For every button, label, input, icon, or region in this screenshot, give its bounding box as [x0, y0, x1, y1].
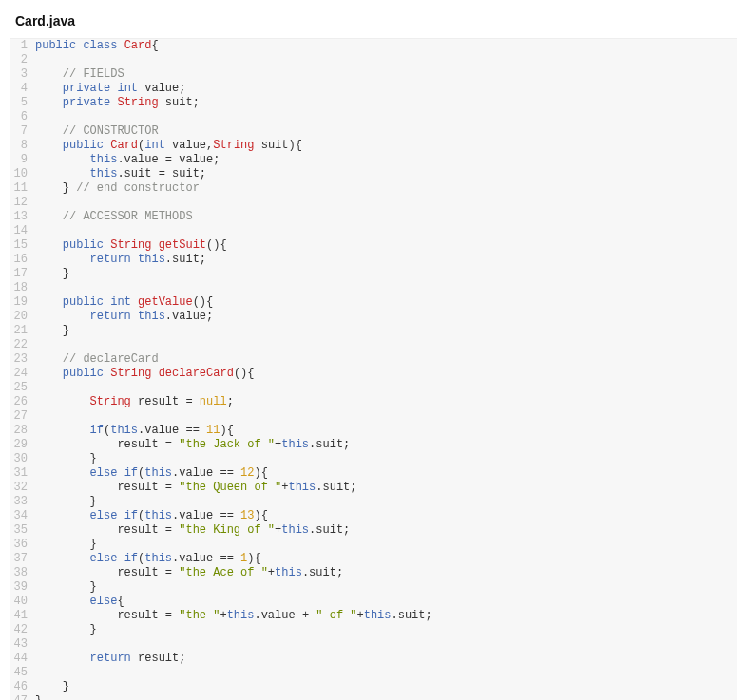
code-line — [35, 53, 737, 67]
code-row: 37 else if(this.value == 1){ — [10, 552, 737, 566]
line-number: 28 — [10, 424, 35, 438]
code-row: 36 } — [10, 538, 737, 552]
code-row: 7 // CONSTRUCTOR — [10, 124, 737, 139]
line-number: 22 — [10, 338, 35, 352]
code-line — [35, 637, 737, 652]
code-line: // CONSTRUCTOR — [35, 124, 737, 139]
code-line: } — [35, 694, 737, 700]
code-line: public int getValue(){ — [35, 295, 737, 310]
line-number: 47 — [10, 694, 35, 700]
code-line — [35, 338, 737, 352]
code-line: result = "the King of "+this.suit; — [35, 523, 737, 538]
code-line: } — [35, 324, 737, 338]
line-number: 34 — [10, 509, 35, 523]
code-row: 34 else if(this.value == 13){ — [10, 509, 737, 523]
code-row: 30 } — [10, 452, 737, 466]
code-row: 3 // FIELDS — [10, 67, 737, 82]
code-row: 35 result = "the King of "+this.suit; — [10, 523, 737, 538]
code-line: this.value = value; — [35, 153, 737, 167]
line-number: 19 — [10, 295, 35, 310]
code-line: result = "the "+this.value + " of "+this… — [35, 609, 737, 623]
code-line: String result = null; — [35, 395, 737, 409]
code-line: if(this.value == 11){ — [35, 424, 737, 438]
line-number: 2 — [10, 53, 35, 67]
code-row: 21 } — [10, 324, 737, 338]
line-number: 26 — [10, 395, 35, 409]
code-row: 10 this.suit = suit; — [10, 167, 737, 181]
code-row: 15 public String getSuit(){ — [10, 238, 737, 253]
line-number: 25 — [10, 381, 35, 395]
code-block: 1public class Card{2 3 // FIELDS4 privat… — [10, 38, 737, 700]
code-row: 43 — [10, 637, 737, 652]
code-line: // FIELDS — [35, 67, 737, 82]
code-row: 38 result = "the Ace of "+this.suit; — [10, 566, 737, 580]
code-line: this.suit = suit; — [35, 167, 737, 181]
code-line: else if(this.value == 12){ — [35, 466, 737, 481]
code-line: result = "the Queen of "+this.suit; — [35, 481, 737, 495]
code-line: } — [35, 495, 737, 509]
code-line — [35, 381, 737, 395]
code-line: } // end constructor — [35, 181, 737, 196]
code-row: 19 public int getValue(){ — [10, 295, 737, 310]
code-row: 18 — [10, 281, 737, 295]
code-line — [35, 110, 737, 124]
code-line — [35, 224, 737, 238]
code-line: private String suit; — [35, 96, 737, 110]
code-line — [35, 196, 737, 210]
line-number: 27 — [10, 409, 35, 424]
line-number: 35 — [10, 523, 35, 538]
code-row: 16 return this.suit; — [10, 253, 737, 267]
line-number: 43 — [10, 637, 35, 652]
code-line: else if(this.value == 13){ — [35, 509, 737, 523]
code-line — [35, 409, 737, 424]
line-number: 10 — [10, 167, 35, 181]
code-row: 44 return result; — [10, 652, 737, 666]
code-row: 13 // ACCESSOR METHODS — [10, 210, 737, 224]
code-line: return result; — [35, 652, 737, 666]
code-line: } — [35, 267, 737, 281]
code-row: 20 return this.value; — [10, 310, 737, 324]
line-number: 38 — [10, 566, 35, 580]
code-line: // ACCESSOR METHODS — [35, 210, 737, 224]
line-number: 29 — [10, 438, 35, 452]
code-line: } — [35, 538, 737, 552]
code-row: 25 — [10, 381, 737, 395]
line-number: 45 — [10, 666, 35, 680]
line-number: 44 — [10, 652, 35, 666]
code-line: // declareCard — [35, 352, 737, 367]
code-line: return this.value; — [35, 310, 737, 324]
code-row: 40 else{ — [10, 595, 737, 609]
code-row: 2 — [10, 53, 737, 67]
code-row: 39 } — [10, 580, 737, 595]
code-row: 32 result = "the Queen of "+this.suit; — [10, 481, 737, 495]
line-number: 7 — [10, 124, 35, 139]
code-row: 26 String result = null; — [10, 395, 737, 409]
line-number: 9 — [10, 153, 35, 167]
line-number: 40 — [10, 595, 35, 609]
line-number: 12 — [10, 196, 35, 210]
line-number: 37 — [10, 552, 35, 566]
file-title: Card.java — [10, 9, 737, 38]
line-number: 42 — [10, 623, 35, 637]
code-row: 31 else if(this.value == 12){ — [10, 466, 737, 481]
code-line: public String declareCard(){ — [35, 367, 737, 381]
code-row: 5 private String suit; — [10, 96, 737, 110]
code-line: public String getSuit(){ — [35, 238, 737, 253]
line-number: 20 — [10, 310, 35, 324]
line-number: 15 — [10, 238, 35, 253]
code-line: } — [35, 623, 737, 637]
code-line: public class Card{ — [35, 39, 737, 53]
code-row: 1public class Card{ — [10, 39, 737, 53]
code-row: 33 } — [10, 495, 737, 509]
line-number: 6 — [10, 110, 35, 124]
line-number: 16 — [10, 253, 35, 267]
code-row: 9 this.value = value; — [10, 153, 737, 167]
line-number: 36 — [10, 538, 35, 552]
code-row: 6 — [10, 110, 737, 124]
code-row: 41 result = "the "+this.value + " of "+t… — [10, 609, 737, 623]
code-row: 22 — [10, 338, 737, 352]
line-number: 24 — [10, 367, 35, 381]
code-row: 47} — [10, 694, 737, 700]
code-row: 8 public Card(int value,String suit){ — [10, 139, 737, 153]
code-line: } — [35, 680, 737, 694]
